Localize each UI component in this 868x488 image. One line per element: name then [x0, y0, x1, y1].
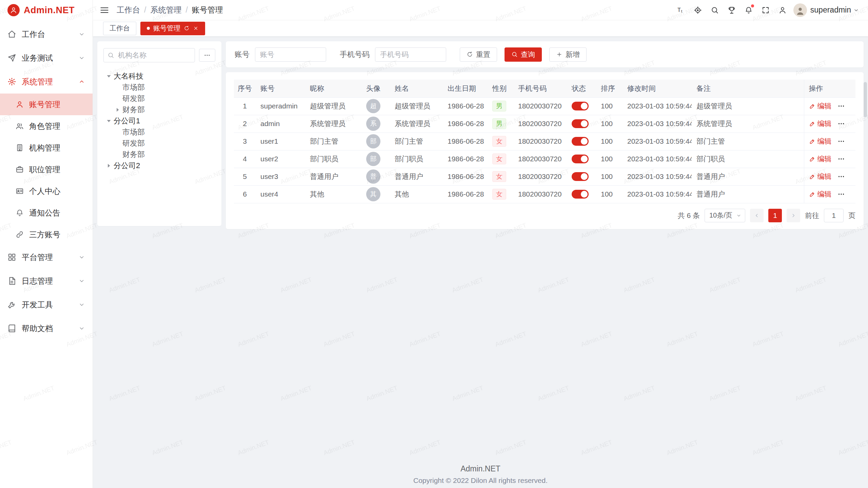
edit-button-label: 编辑	[817, 119, 832, 128]
page-size-select[interactable]: 10条/页	[705, 209, 745, 222]
sidebar-item-account-management[interactable]: 账号管理	[0, 94, 93, 115]
tree-node[interactable]: 大名科技	[103, 70, 215, 82]
tab-workbench[interactable]: 工作台	[103, 22, 136, 35]
prev-page-button[interactable]	[750, 209, 764, 222]
sidebar-item-platform-management[interactable]: 平台管理	[0, 245, 93, 269]
sidebar-item-position-management[interactable]: 职位管理	[0, 159, 93, 180]
breadcrumb-item-current: 账号管理	[192, 5, 223, 15]
edit-button[interactable]: 编辑	[809, 101, 832, 111]
edit-button[interactable]: 编辑	[809, 154, 832, 164]
edit-button[interactable]: 编辑	[809, 137, 832, 146]
tree-node[interactable]: 研发部	[103, 138, 215, 149]
wrench-icon	[7, 300, 16, 309]
edit-button[interactable]: 编辑	[809, 119, 832, 128]
edit-button[interactable]: 编辑	[809, 189, 832, 199]
chevron-down-icon	[78, 254, 85, 261]
menu-collapse-icon[interactable]	[100, 5, 109, 15]
sidebar-item-business-test[interactable]: 业务测试	[0, 46, 93, 70]
profile-icon[interactable]	[775, 3, 790, 17]
breadcrumb-item-workbench[interactable]: 工作台	[117, 5, 140, 15]
sidebar-item-system-management[interactable]: 系统管理	[0, 70, 93, 94]
users-icon	[16, 122, 24, 130]
more-actions-button[interactable]	[837, 155, 845, 163]
refresh-tab-icon[interactable]	[184, 25, 190, 31]
more-actions-button[interactable]	[837, 172, 845, 181]
user-menu[interactable]: superadmin	[810, 5, 859, 15]
cell-actions: 编辑	[804, 133, 855, 150]
search-button[interactable]: 查询	[505, 47, 542, 62]
cell-status	[567, 115, 596, 133]
caret-down-icon[interactable]	[105, 72, 113, 80]
tree-node[interactable]: 分公司1	[103, 115, 215, 126]
fullscreen-icon[interactable]	[758, 3, 773, 17]
trophy-icon[interactable]	[724, 3, 739, 17]
org-name-input[interactable]	[103, 48, 195, 62]
cell-account: user4	[256, 185, 305, 203]
sidebar-item-workbench[interactable]: 工作台	[0, 22, 93, 46]
header-left: 工作台 / 系统管理 / 账号管理	[100, 5, 223, 15]
more-actions-button[interactable]	[837, 120, 845, 128]
next-page-button[interactable]	[787, 209, 800, 222]
more-actions-button[interactable]	[837, 137, 845, 145]
status-toggle[interactable]	[572, 119, 589, 128]
close-tab-icon[interactable]	[193, 25, 199, 31]
tab-account-management[interactable]: 账号管理	[140, 22, 205, 35]
user-avatar[interactable]	[793, 3, 807, 17]
account-input[interactable]	[255, 47, 326, 62]
sidebar-item-dev-tools[interactable]: 开发工具	[0, 293, 93, 317]
table-row: 6user4其他其其他1986-06-28女180200307201002023…	[234, 185, 855, 203]
sidebar-item-notice[interactable]: 通知公告	[0, 202, 93, 224]
tree-node[interactable]: 财务部	[103, 149, 215, 160]
dots-icon	[203, 52, 211, 59]
tree-node[interactable]: 市场部	[103, 126, 215, 138]
cell-modified: 2023-01-03 10:59:44	[623, 168, 692, 185]
locate-icon[interactable]	[690, 3, 705, 17]
caret-right-icon[interactable]	[105, 162, 113, 170]
sidebar-item-help-docs[interactable]: 帮助文档	[0, 317, 93, 340]
cell-avatar: 超	[361, 97, 390, 115]
tree-more-button[interactable]	[199, 49, 215, 62]
breadcrumb-item-system[interactable]: 系统管理	[150, 5, 181, 15]
sidebar-item-log-management[interactable]: 日志管理	[0, 269, 93, 293]
edit-button[interactable]: 编辑	[809, 172, 832, 181]
add-button[interactable]: 新增	[549, 47, 587, 62]
cell-avatar: 系	[361, 115, 390, 133]
sidebar-item-personal-center[interactable]: 个人中心	[0, 180, 93, 202]
scrollbar-thumb[interactable]	[864, 82, 867, 117]
reset-button[interactable]: 重置	[460, 47, 497, 62]
pagination: 共 6 条 10条/页 1 前往 页	[234, 209, 855, 222]
caret-right-icon[interactable]	[114, 106, 122, 114]
sidebar-item-org-management[interactable]: 机构管理	[0, 137, 93, 159]
username-label: superadmin	[810, 5, 851, 15]
cell-phone: 18020030720	[513, 150, 567, 168]
status-toggle[interactable]	[572, 172, 589, 181]
page-number-current[interactable]: 1	[768, 209, 782, 222]
status-toggle[interactable]	[572, 155, 589, 163]
sidebar-item-third-party-account[interactable]: 三方账号	[0, 224, 93, 245]
goto-page-input[interactable]	[824, 209, 844, 222]
status-toggle[interactable]	[572, 137, 589, 146]
gender-badge: 女	[492, 171, 506, 182]
more-actions-button[interactable]	[837, 190, 845, 198]
tree-node-label: 研发部	[122, 138, 145, 148]
tree-node[interactable]: 分公司2	[103, 160, 215, 171]
cell-birthday: 1986-06-28	[443, 185, 488, 203]
tree-node-label: 财务部	[122, 105, 145, 115]
sidebar-item-role-management[interactable]: 角色管理	[0, 115, 93, 137]
avatar: 超	[366, 99, 380, 113]
more-actions-button[interactable]	[837, 102, 845, 110]
font-size-icon[interactable]: Tt	[673, 3, 688, 17]
phone-input[interactable]	[375, 47, 446, 62]
search-icon[interactable]	[707, 3, 722, 17]
bell-icon[interactable]	[741, 3, 756, 17]
tree-node[interactable]: 研发部	[103, 93, 215, 104]
status-toggle[interactable]	[572, 190, 589, 199]
cell-no: 1	[234, 97, 256, 115]
status-toggle[interactable]	[572, 102, 589, 110]
sidebar-item-label: 帮助文档	[22, 323, 73, 334]
tree-node[interactable]: 财务部	[103, 104, 215, 115]
cell-phone: 18020030720	[513, 185, 567, 203]
caret-down-icon[interactable]	[105, 117, 113, 125]
tree-node[interactable]: 市场部	[103, 82, 215, 93]
logo[interactable]: Admin.NET	[0, 0, 93, 20]
